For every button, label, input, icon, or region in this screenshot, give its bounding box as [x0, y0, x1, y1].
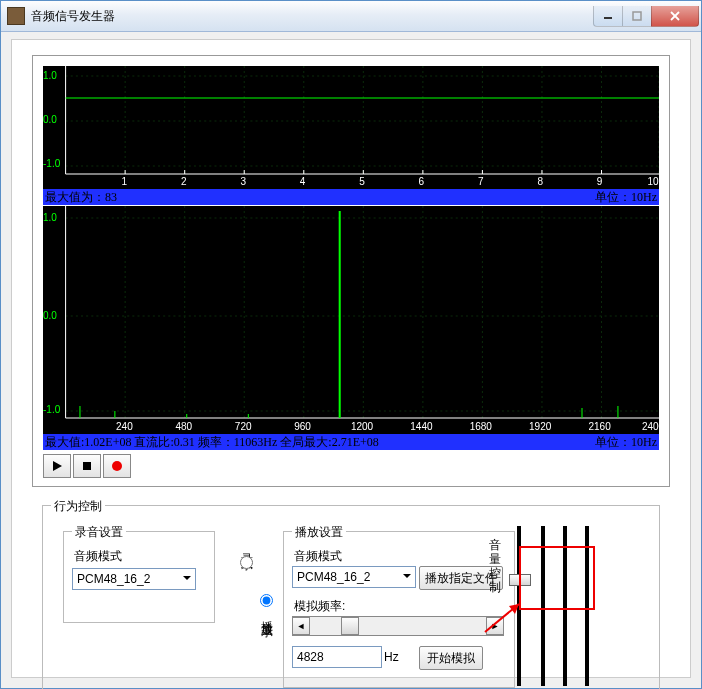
sim-freq-label: 模拟频率: [294, 598, 345, 615]
behavior-group: 行为控制 录音设置 音频模式 PCM48_16_2 录音显示 播放显示 播放设置… [42, 505, 660, 689]
record-display-radio[interactable]: 录音显示 [238, 544, 255, 569]
app-window: 音频信号发生器 [0, 0, 702, 689]
close-button[interactable] [651, 6, 699, 27]
maximize-button[interactable] [622, 6, 652, 27]
play-mode-value: PCM48_16_2 [297, 570, 370, 584]
record-mode-value: PCM48_16_2 [77, 572, 150, 586]
ytick: 1.0 [43, 70, 57, 81]
plot2-status-bar: 最大值:1.02E+08 直流比:0.31 频率：11063Hz 全局最大:2.… [43, 434, 659, 450]
xtick: 1920 [529, 421, 551, 432]
plot1-max-label: 最大值为：83 [45, 189, 117, 205]
volume-label: 音量控制 [489, 538, 503, 594]
titlebar[interactable]: 音频信号发生器 [1, 1, 701, 32]
record-group: 录音设置 音频模式 PCM48_16_2 [63, 531, 215, 623]
svg-marker-52 [53, 461, 62, 471]
xtick: 7 [478, 176, 484, 187]
record-display-input[interactable] [240, 556, 253, 569]
record-mode-select[interactable]: PCM48_16_2 [72, 568, 196, 590]
window-title: 音频信号发生器 [31, 8, 594, 25]
xtick: 240 [116, 421, 133, 432]
slider-thumb[interactable] [341, 617, 359, 635]
highlight-box [519, 546, 595, 610]
play-mode-select[interactable]: PCM48_16_2 [292, 566, 416, 588]
xtick: 1680 [470, 421, 492, 432]
xtick: 720 [235, 421, 252, 432]
ytick: 0.0 [43, 310, 57, 321]
svg-point-54 [112, 461, 122, 471]
record-mode-label: 音频模式 [74, 548, 122, 565]
xtick: 2 [181, 176, 187, 187]
plot1-unit-label: 单位：10Hz [595, 189, 657, 205]
sim-freq-input[interactable]: 4828 [292, 646, 382, 668]
xtick: 3 [240, 176, 246, 187]
xtick: 1200 [351, 421, 373, 432]
hz-label: Hz [384, 650, 399, 664]
plot-panel: 1.0 0.0 -1.0 1 2 3 4 5 6 7 8 9 10 [32, 55, 670, 487]
client-area: 1.0 0.0 -1.0 1 2 3 4 5 6 7 8 9 10 [11, 39, 691, 678]
play-display-input[interactable] [260, 594, 273, 607]
xtick: 960 [294, 421, 311, 432]
stop-button[interactable] [73, 454, 101, 478]
start-sim-button[interactable]: 开始模拟 [419, 646, 483, 670]
plot2-grid [43, 206, 659, 434]
ytick: 0.0 [43, 114, 57, 125]
svg-rect-53 [83, 462, 91, 470]
volume-area: 音量控制 [489, 526, 609, 686]
xtick: 1440 [410, 421, 432, 432]
xtick: 8 [537, 176, 543, 187]
play-mode-label: 音频模式 [294, 548, 342, 565]
record-display-label: 录音显示 [238, 544, 255, 552]
app-icon [7, 7, 25, 25]
xtick: 4 [300, 176, 306, 187]
svg-rect-1 [633, 12, 641, 20]
xtick: 2400 [642, 421, 664, 432]
xtick: 480 [175, 421, 192, 432]
plot1-status-bar: 最大值为：83 单位：10Hz [43, 189, 659, 205]
ytick: 1.0 [43, 212, 57, 223]
play-button[interactable] [43, 454, 71, 478]
svg-rect-4 [43, 66, 659, 189]
xtick: 1 [122, 176, 128, 187]
spectrum-plot: 1.0 0.0 -1.0 240 480 720 960 1200 1440 1… [43, 206, 659, 434]
plot2-max: 最大值:1.02E+08 [45, 434, 131, 450]
xtick: 2160 [588, 421, 610, 432]
xtick: 5 [359, 176, 365, 187]
play-display-radio[interactable]: 播放显示 [258, 594, 275, 619]
minimize-button[interactable] [593, 6, 623, 27]
plot2-freq: 频率：11063Hz [198, 434, 278, 450]
svg-rect-30 [43, 206, 659, 434]
record-title: 录音设置 [72, 524, 126, 541]
slider-left-arrow[interactable]: ◄ [292, 617, 310, 635]
plot2-dc: 直流比:0.31 [134, 434, 194, 450]
plot1-grid [43, 66, 659, 189]
transport-toolbar [43, 454, 131, 478]
highlight-arrow-icon [481, 600, 523, 636]
ytick: -1.0 [43, 404, 60, 415]
sim-freq-slider[interactable]: ◄ ► [292, 616, 504, 636]
plot2-gmax: 全局最大:2.71E+08 [280, 434, 378, 450]
behavior-title: 行为控制 [51, 498, 105, 515]
xtick: 6 [419, 176, 425, 187]
record-button[interactable] [103, 454, 131, 478]
plot2-unit: 单位：10Hz [595, 434, 657, 450]
ytick: -1.0 [43, 158, 60, 169]
xtick: 10 [647, 176, 658, 187]
svg-marker-56 [509, 604, 519, 614]
play-title: 播放设置 [292, 524, 346, 541]
xtick: 9 [597, 176, 603, 187]
waveform-plot: 1.0 0.0 -1.0 1 2 3 4 5 6 7 8 9 10 [43, 66, 659, 189]
play-display-label: 播放显示 [258, 611, 275, 619]
